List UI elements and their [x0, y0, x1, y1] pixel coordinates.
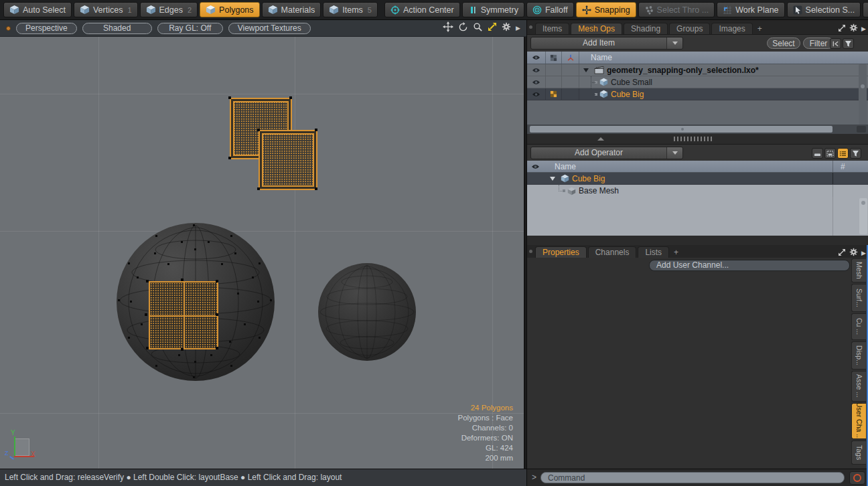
sc e-row[interactable]: geometry_snapping-only_selection.lxo*: [527, 64, 868, 76]
panel-divider[interactable]: [527, 236, 868, 245]
side-tab-user-channels[interactable]: User Cha ...: [851, 403, 866, 439]
maximize-viewport-icon[interactable]: [488, 22, 497, 34]
visibility-cell[interactable]: [527, 76, 546, 88]
axis-cell[interactable]: [562, 76, 579, 88]
render-cell[interactable]: [546, 88, 562, 100]
viewport-options-gear-icon[interactable]: [502, 22, 511, 34]
panel-dot-icon[interactable]: [529, 25, 532, 29]
tab-items[interactable]: Items: [535, 23, 569, 34]
vertices-mode-button[interactable]: Vertices 1: [74, 2, 138, 17]
zoom-icon[interactable]: [473, 22, 483, 35]
render-cell[interactable]: [546, 76, 562, 88]
expand-triangle-icon[interactable]: [550, 177, 555, 181]
command-input[interactable]: [540, 472, 845, 483]
tab-images[interactable]: Images: [711, 23, 752, 34]
scrollbar-thumb[interactable]: [530, 126, 833, 133]
items-horizontal-scrollbar[interactable]: [527, 125, 868, 134]
items-mode-button[interactable]: Items 5: [323, 2, 378, 17]
axis-column-header[interactable]: [562, 52, 579, 64]
item-row-cube-small[interactable]: Cube Small: [527, 76, 868, 88]
selected-square-polygon-front[interactable]: [259, 130, 317, 190]
meshop-name[interactable]: Base Mesh: [579, 186, 619, 195]
side-tab-assemblies[interactable]: Asse ...: [851, 371, 866, 402]
tab-mesh-ops[interactable]: Mesh Ops: [571, 23, 622, 34]
item-filter-funnel-button[interactable]: [843, 38, 854, 49]
splitter-collapse-arrow-icon[interactable]: [597, 137, 604, 141]
axis-cell[interactable]: [562, 64, 579, 76]
item-row-cube-big-selected[interactable]: Cube Big: [527, 88, 868, 100]
meshops-list-empty-area[interactable]: [527, 197, 868, 236]
panel-menu-arrow-icon[interactable]: ▶: [861, 250, 866, 256]
add-tab-button[interactable]: +: [754, 23, 766, 34]
item-name[interactable]: Cube Small: [611, 78, 652, 87]
items-vertical-scrollbar[interactable]: [859, 64, 867, 125]
add-item-dropdown[interactable]: Add Item: [530, 37, 683, 50]
scene-name[interactable]: geometry_snapping-only_selection.lxo*: [607, 66, 759, 75]
count-column-header[interactable]: #: [841, 162, 845, 171]
viewport-textures-button[interactable]: Viewport Textures: [228, 23, 311, 34]
panel-dot-icon[interactable]: [529, 250, 532, 253]
side-tab-mesh[interactable]: Mesh: [851, 258, 866, 282]
name-column-header[interactable]: Name: [555, 162, 576, 171]
side-tab-tags[interactable]: Tags: [851, 440, 866, 465]
macro-record-button[interactable]: [849, 471, 865, 485]
viewport-menu-arrow-icon[interactable]: ▶: [516, 25, 520, 31]
tab-groups[interactable]: Groups: [669, 23, 710, 34]
ray-gl-button[interactable]: Ray GL: Off: [157, 23, 223, 34]
side-tab-curves[interactable]: Cu ...: [851, 313, 866, 340]
symmetry-button[interactable]: Symmetry: [462, 2, 524, 17]
camera-view-button[interactable]: Perspective: [16, 23, 77, 34]
snapping-button[interactable]: Snapping: [576, 2, 636, 17]
afx-io-dropdown[interactable]: Afx IO: [863, 2, 868, 17]
action-center-button[interactable]: Action Center: [384, 2, 460, 17]
rotate-view-icon[interactable]: [458, 22, 468, 35]
meshops-vertical-scrollbar[interactable]: [859, 198, 867, 234]
selection-sets-button[interactable]: Selection S...: [787, 2, 861, 17]
items-list-empty-area[interactable]: [527, 100, 868, 125]
solo-view-button[interactable]: [812, 148, 823, 159]
panel-gear-icon[interactable]: [849, 23, 858, 35]
selected-polygons-patch[interactable]: [149, 281, 218, 349]
panel-menu-arrow-icon[interactable]: ▶: [861, 26, 866, 32]
auto-select-button[interactable]: Auto Select: [3, 2, 72, 17]
meshops-filter-funnel-button[interactable]: [850, 148, 861, 159]
splitter-grip[interactable]: [674, 137, 713, 141]
render-column-header[interactable]: [546, 52, 562, 64]
panel-splitter[interactable]: [527, 134, 868, 144]
tab-shading[interactable]: Shading: [624, 23, 668, 34]
work-plane-button[interactable]: Work Plane: [717, 2, 784, 17]
falloff-button[interactable]: Falloff: [526, 2, 574, 17]
materials-mode-button[interactable]: Materials: [262, 2, 321, 17]
add-user-channel-button[interactable]: Add User Channel...: [649, 260, 850, 271]
ghost-view-button[interactable]: [824, 148, 836, 159]
item-name[interactable]: Cube Big: [611, 90, 644, 99]
tab-lists[interactable]: Lists: [638, 246, 669, 258]
pan-icon[interactable]: [443, 21, 453, 35]
side-tab-surface[interactable]: Surf...: [851, 284, 866, 312]
visibility-column-header[interactable]: [527, 52, 546, 64]
visibility-cell[interactable]: [527, 88, 546, 100]
meshop-row-base-mesh[interactable]: Base Mesh: [527, 185, 868, 197]
3d-viewport[interactable]: 24 Polygons Polygons : Face Channels: 0 …: [0, 37, 525, 469]
select-through-button[interactable]: Select Thro ...: [638, 2, 715, 17]
list-view-button[interactable]: [837, 148, 849, 159]
name-column-header[interactable]: Name: [591, 53, 612, 62]
select-button[interactable]: Select: [767, 37, 800, 49]
add-operator-dropdown[interactable]: Add Operator: [530, 147, 683, 159]
polygons-mode-button[interactable]: Polygons: [200, 2, 259, 17]
collapse-all-button[interactable]: [830, 38, 841, 49]
expand-panel-icon[interactable]: [838, 23, 846, 35]
axis-cell[interactable]: [562, 88, 579, 100]
visibility-column-header[interactable]: [527, 161, 543, 172]
meshop-name[interactable]: Cube Big: [572, 174, 605, 183]
shading-style-button[interactable]: Shaded: [82, 23, 152, 34]
tab-properties[interactable]: Properties: [535, 246, 587, 258]
add-tab-button[interactable]: +: [670, 246, 682, 258]
visibility-cell[interactable]: [527, 64, 546, 76]
render-cell[interactable]: [546, 64, 562, 76]
meshop-row-cube-big-selected[interactable]: Cube Big: [527, 173, 868, 185]
expand-triangle-icon[interactable]: [583, 68, 589, 72]
edges-mode-button[interactable]: Edges 2: [140, 2, 198, 17]
tab-channels[interactable]: Channels: [588, 246, 637, 258]
side-tab-displacement[interactable]: Disp...: [851, 341, 866, 370]
